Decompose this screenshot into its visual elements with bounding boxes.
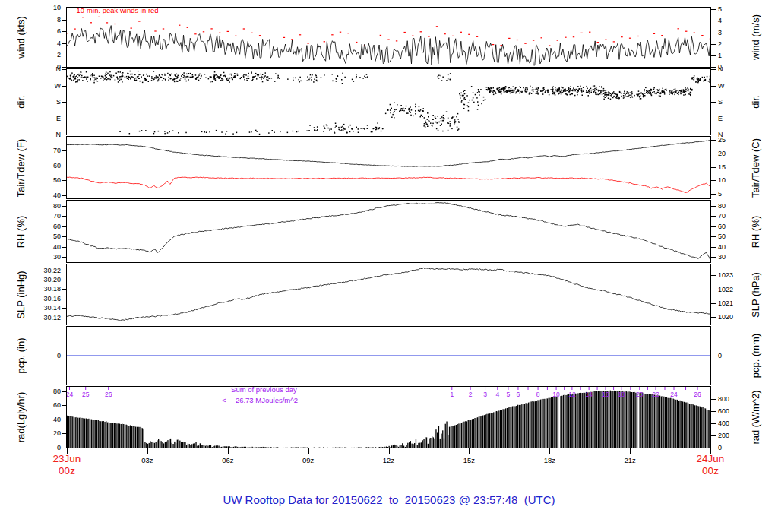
panel-pcp [66, 326, 711, 385]
left-tick [62, 119, 66, 119]
rad-sum-marker: 18 [618, 391, 625, 398]
right-axis-title-dir: dir. [750, 95, 761, 108]
right-tick-label: 0 [718, 352, 751, 359]
left-tick [62, 236, 66, 237]
left-tick-label: 80 [33, 388, 61, 395]
left-tick-label: 40 [33, 243, 61, 251]
left-axis-title-pcp: pcp. (in) [15, 338, 27, 374]
right-tick-label: 60 [718, 223, 751, 230]
right-axis-title-temp: Tair/Tdew (C) [750, 138, 761, 197]
left-tick [62, 180, 66, 181]
right-tick [711, 86, 716, 87]
left-tick [62, 308, 66, 309]
panel-annotation: Sum of previous day [231, 387, 297, 394]
left-tick-label: W [33, 82, 61, 90]
right-tick-label: 15 [718, 163, 751, 171]
right-tick [711, 435, 716, 436]
right-tick [711, 154, 716, 154]
x-tick [630, 448, 631, 454]
x-date-label-start: 23Jun [43, 453, 91, 464]
left-tick-label: 30.14 [33, 304, 61, 312]
rad-sum-marker: 12 [568, 391, 576, 398]
right-axis-title-slp: SLP (hPa) [750, 272, 761, 318]
right-tick [711, 194, 716, 195]
left-tick [62, 216, 66, 217]
panel-dir [66, 68, 711, 135]
rad-sum-marker: 24 [67, 391, 74, 398]
left-tick [62, 55, 66, 55]
left-axis-title-wind: wind (kts) [15, 16, 27, 59]
panel-wind-plot: 10-min. peak winds in red [67, 8, 710, 67]
x-tick [469, 448, 470, 454]
right-tick-label: S [718, 98, 751, 106]
left-tick [62, 67, 66, 68]
rad-sum-marker: 14 [585, 391, 593, 398]
left-tick [62, 448, 66, 448]
left-tick [62, 356, 66, 356]
right-tick [711, 9, 716, 10]
left-tick [62, 195, 66, 196]
left-axis-title-rad: rad(Lgly/hr) [15, 392, 27, 442]
left-tick-label: 60 [33, 401, 61, 409]
left-tick [62, 69, 66, 70]
right-tick-label: 4 [718, 17, 751, 24]
left-tick [62, 86, 66, 87]
left-tick-label: 70 [33, 147, 61, 154]
right-tick [711, 236, 716, 237]
x-tick-major [710, 448, 711, 454]
panel-wind: 10-min. peak winds in red [66, 7, 711, 68]
right-tick [711, 423, 716, 424]
left-tick-label: 20 [33, 429, 61, 437]
right-tick [711, 275, 716, 276]
right-tick-label: 20 [718, 150, 751, 157]
right-tick [711, 247, 716, 248]
figure-title: UW Rooftop Data for 20150622 to 20150623… [0, 493, 778, 506]
rad-sum-marker: 26 [105, 391, 112, 398]
right-axis-title-pcp: pcp. (mm) [750, 334, 761, 378]
x-tick-major [67, 448, 68, 454]
right-tick [711, 140, 716, 141]
left-tick [62, 405, 66, 406]
left-tick [62, 433, 66, 434]
left-tick-label: 50 [33, 176, 61, 184]
left-tick [62, 8, 66, 8]
right-tick [711, 67, 716, 68]
panel-rad: 2425261234568101214161820222426Sum of pr… [66, 386, 711, 448]
x-tick [147, 448, 148, 454]
right-tick-label: 80 [718, 202, 751, 210]
right-tick [711, 399, 716, 400]
left-tick [62, 166, 66, 166]
left-tick-label: 0 [33, 352, 61, 359]
left-tick-label: 4 [33, 40, 61, 47]
left-tick [62, 226, 66, 227]
panel-annotation: 10-min. peak winds in red [76, 8, 158, 14]
left-tick-label: N [33, 131, 61, 138]
right-tick [711, 69, 716, 70]
right-tick-label: 10 [718, 176, 751, 184]
left-tick [62, 280, 66, 280]
rad-sum-marker: 5 [507, 391, 511, 398]
right-tick [711, 448, 716, 448]
right-axis-title-wind: wind (m/s) [750, 14, 761, 60]
right-tick-label: 70 [718, 212, 751, 220]
right-tick [711, 303, 716, 304]
rad-sum-marker: 26 [694, 391, 701, 398]
right-tick-label: 1021 [718, 299, 751, 307]
left-axis-title-dir: dir. [15, 95, 27, 108]
right-tick-label: 3 [718, 29, 751, 36]
right-tick-label: 25 [718, 136, 751, 144]
right-tick [711, 102, 716, 103]
right-tick-label: W [718, 82, 751, 90]
left-axis-title-temp: Tair/Tdew (F) [15, 138, 27, 197]
left-tick-label: 30.20 [33, 276, 61, 283]
panel-temp-plot [67, 137, 710, 198]
right-tick-label: 0 [718, 444, 751, 451]
left-tick-label: 30.12 [33, 314, 61, 321]
panel-temp [66, 136, 711, 199]
left-axis-title-rh: RH (%) [15, 215, 27, 248]
panel-slp [66, 264, 711, 325]
left-tick-label: 60 [33, 223, 61, 230]
right-axis-title-rh: RH (%) [750, 215, 761, 248]
left-tick-label: 0 [33, 444, 61, 451]
right-axis-title-rad: rad (W/m^2) [750, 390, 761, 444]
